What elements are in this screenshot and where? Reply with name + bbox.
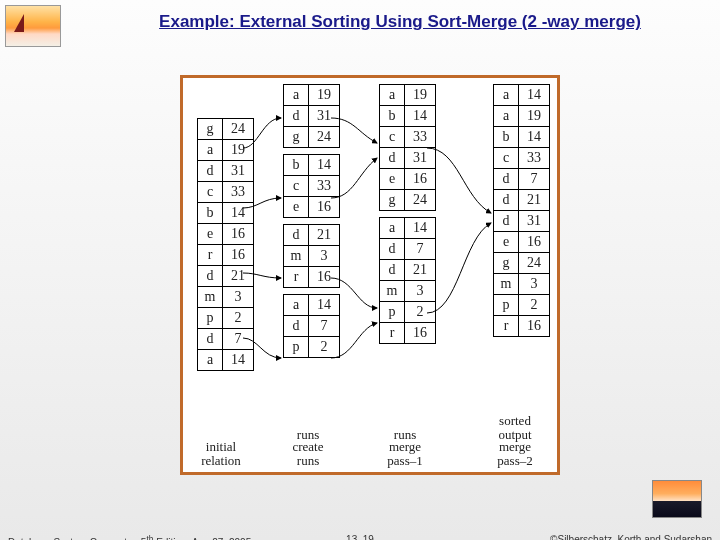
label-merge2: mergepass–2 [485, 440, 545, 468]
cell: r [198, 245, 223, 266]
cell: 16 [309, 267, 340, 288]
footer-copyright: ©Silberschatz, Korth and Sudarshan [550, 534, 712, 540]
cell: a [198, 140, 223, 161]
cell: 7 [223, 329, 254, 350]
cell: 14 [519, 127, 550, 148]
cell: b [198, 203, 223, 224]
cell: 2 [309, 337, 340, 358]
table-run1c: d21m3r16 [283, 224, 340, 288]
cell: c [284, 176, 309, 197]
cell: 21 [309, 225, 340, 246]
cell: 14 [405, 106, 436, 127]
cell: 33 [309, 176, 340, 197]
table-run1d: a14d7p2 [283, 294, 340, 358]
cell: 2 [405, 302, 436, 323]
cell: b [494, 127, 519, 148]
cell: d [380, 260, 405, 281]
cell: m [494, 274, 519, 295]
cell: p [198, 308, 223, 329]
sunset-logo [652, 480, 702, 518]
cell: a [198, 350, 223, 371]
cell: 7 [309, 316, 340, 337]
cell: r [380, 323, 405, 344]
cell: 19 [405, 85, 436, 106]
cell: g [284, 127, 309, 148]
cell: d [380, 239, 405, 260]
column-initial: g24a19d31c33b14e16r16d21m3p2d7a14 [197, 118, 254, 434]
cell: d [380, 148, 405, 169]
cell: d [198, 161, 223, 182]
cell: 14 [309, 295, 340, 316]
cell: 19 [519, 106, 550, 127]
cell: 3 [223, 287, 254, 308]
cell: 16 [223, 245, 254, 266]
cell: c [380, 127, 405, 148]
cell: b [284, 155, 309, 176]
cell: 24 [223, 119, 254, 140]
cell: p [494, 295, 519, 316]
cell: a [380, 85, 405, 106]
table-run1a: a19d31g24 [283, 84, 340, 148]
cell: m [198, 287, 223, 308]
cell: b [380, 106, 405, 127]
cell: r [494, 316, 519, 337]
cell: a [380, 218, 405, 239]
cell: 31 [309, 106, 340, 127]
cell: e [380, 169, 405, 190]
cell: a [284, 295, 309, 316]
cell: e [198, 224, 223, 245]
cell: m [380, 281, 405, 302]
cell: 2 [223, 308, 254, 329]
cell: c [494, 148, 519, 169]
cell: 14 [405, 218, 436, 239]
cell: 33 [519, 148, 550, 169]
cell: 21 [519, 190, 550, 211]
cell: d [198, 329, 223, 350]
cell: 14 [519, 85, 550, 106]
cell: g [198, 119, 223, 140]
cell: r [284, 267, 309, 288]
sort-merge-diagram: g24a19d31c33b14e16r16d21m3p2d7a14 a19d31… [180, 75, 560, 475]
cell: 16 [309, 197, 340, 218]
cell: 3 [405, 281, 436, 302]
cell: 19 [223, 140, 254, 161]
table-sorted: a14a19b14c33d7d21d31e16g24m3p2r16 [493, 84, 550, 337]
sailboat-logo [5, 5, 61, 47]
cell: d [284, 316, 309, 337]
cell: 16 [519, 316, 550, 337]
cell: 31 [223, 161, 254, 182]
cell: 16 [405, 323, 436, 344]
cell: 24 [405, 190, 436, 211]
cell: 16 [405, 169, 436, 190]
cell: 14 [223, 203, 254, 224]
cell: c [198, 182, 223, 203]
cell: d [494, 211, 519, 232]
cell: d [284, 225, 309, 246]
cell: p [380, 302, 405, 323]
cell: 3 [309, 246, 340, 267]
cell: 16 [223, 224, 254, 245]
cell: 14 [309, 155, 340, 176]
column-runs2: a19b14c33d31e16g24 a14d7d21m3p2r16 [379, 84, 436, 434]
cell: 14 [223, 350, 254, 371]
cell: 33 [223, 182, 254, 203]
cell: d [494, 190, 519, 211]
cell: 21 [405, 260, 436, 281]
table-run2a: a19b14c33d31e16g24 [379, 84, 436, 211]
label-sorted: sortedoutput [485, 414, 545, 442]
cell: 31 [405, 148, 436, 169]
table-initial: g24a19d31c33b14e16r16d21m3p2d7a14 [197, 118, 254, 371]
cell: 7 [519, 169, 550, 190]
cell: 24 [519, 253, 550, 274]
cell: 2 [519, 295, 550, 316]
cell: d [198, 266, 223, 287]
cell: g [494, 253, 519, 274]
cell: a [494, 106, 519, 127]
cell: 21 [223, 266, 254, 287]
cell: d [284, 106, 309, 127]
cell: 24 [309, 127, 340, 148]
column-runs1: a19d31g24 b14c33e16 d21m3r16 a14d7p2 [283, 84, 340, 434]
label-create-runs: createruns [278, 440, 338, 468]
cell: 33 [405, 127, 436, 148]
cell: e [494, 232, 519, 253]
